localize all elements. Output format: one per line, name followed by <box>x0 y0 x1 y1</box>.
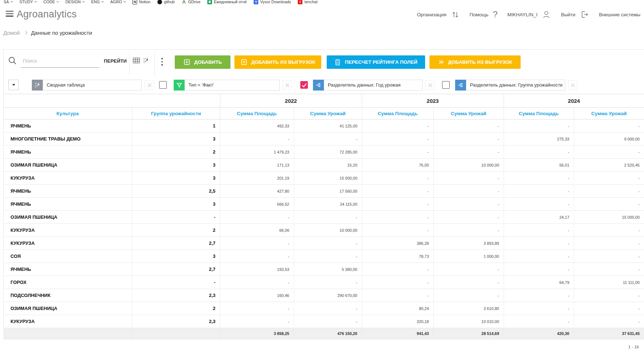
table-row[interactable]: МНОГОЛЕТНИЕ ТРАВЫ ДЕМО3----275,339 000,0… <box>3 133 644 146</box>
header-menu-item[interactable]: Выйти <box>561 10 589 19</box>
column-header[interactable]: Сумма Площадь <box>504 108 574 120</box>
toolbar-button-3[interactable]: ДОБАВИТЬ ИЗ ВЫГРУЗОК <box>429 55 521 69</box>
table-row[interactable]: ОЗИМАЯ ПШЕНИЦА-----24,1715 000,00 <box>3 211 644 224</box>
value-cell: - <box>362 172 433 185</box>
bookmark-item[interactable]: ttenchat <box>298 0 317 4</box>
yield-group-cell: 2,5 <box>132 185 220 198</box>
yield-group-cell: 2,3 <box>132 289 220 302</box>
pivot-view-icon[interactable] <box>143 57 150 66</box>
column-header[interactable]: Сумма Урожай <box>433 108 504 120</box>
search-input[interactable]: Поиск <box>23 58 37 64</box>
panel-top-border <box>3 49 644 50</box>
header-menu-item[interactable]: Внешние системы <box>599 12 640 17</box>
breadcrumb: Домой Данные по урожайности <box>3 30 92 36</box>
value-cell: - <box>294 302 362 315</box>
search-icon[interactable] <box>8 56 17 67</box>
toolbar-button-0[interactable]: ДОБАВИТЬ <box>175 55 230 69</box>
filter-checkbox[interactable] <box>300 81 308 89</box>
value-cell: 3 610,80 <box>433 302 504 315</box>
table-row[interactable]: ОЗИМАЯ ПШЕНИЦА2--80,243 610,80-- <box>3 302 644 315</box>
bookmark-item[interactable]: SA <box>4 0 13 4</box>
column-header[interactable]: Культура <box>3 108 132 120</box>
table-row[interactable]: ЯЧМЕНЬ2,5427,8017 560,00---- <box>3 185 644 198</box>
bookmark-item[interactable]: github <box>157 0 175 4</box>
table-row[interactable]: КУКУРУЗА2,7--386,283 893,89-- <box>3 237 644 250</box>
table-row[interactable]: ОЗИМАЯ ПШЕНИЦА3171,1315,2076,0010 000,00… <box>3 159 644 172</box>
value-cell: - <box>574 302 644 315</box>
table-row[interactable]: КУКУРУЗА2,3--320,1810 010,00-- <box>3 315 644 328</box>
go-button[interactable]: ПЕРЕЙТИ <box>104 58 127 64</box>
table-row[interactable]: КУКУРУЗА3201,1915 000,00---- <box>3 172 644 185</box>
bookmark-item[interactable]: VVysor Downloads <box>254 0 291 4</box>
filter-dropdown-button[interactable] <box>8 80 19 90</box>
remove-filter-icon[interactable] <box>425 80 435 90</box>
value-cell: 193,53 <box>220 263 294 276</box>
remove-filter-icon[interactable] <box>145 80 154 90</box>
column-header[interactable]: Сумма Урожай <box>574 108 644 120</box>
calculator-icon <box>334 59 341 66</box>
pivot-icon <box>32 80 43 91</box>
value-cell: - <box>574 289 644 302</box>
bookmark-label: GDrive <box>188 0 200 4</box>
yield-group-cell: 3 <box>132 198 220 211</box>
total-cell <box>132 328 220 339</box>
value-cell: 11 111,00 <box>574 276 644 289</box>
header-menu-item[interactable]: Помощь? <box>470 9 498 20</box>
data-separator-icon <box>313 80 324 91</box>
github-favicon <box>157 0 162 4</box>
filter-chip-label: Тип = 'Факт' <box>185 80 280 91</box>
bookmark-item[interactable]: STUDY <box>20 0 37 4</box>
table-view-icon[interactable] <box>133 57 140 65</box>
year-header-empty <box>3 94 220 108</box>
bookmark-item[interactable]: GDrive <box>182 0 200 4</box>
year-group-header: 2024 <box>504 94 644 108</box>
more-options-icon[interactable] <box>161 58 163 66</box>
pagination-label: 1 - 16 <box>628 345 639 349</box>
table-row[interactable]: ЯЧМЕНЬ21 479,2372 285,00---- <box>3 146 644 159</box>
breadcrumb-current: Данные по урожайности <box>31 30 92 36</box>
remove-filter-icon[interactable] <box>568 80 577 90</box>
filter-checkbox[interactable] <box>159 81 167 89</box>
total-cell: 3 858,25 <box>220 328 294 339</box>
bookmark-item[interactable]: CODE <box>43 0 59 4</box>
bookmark-item[interactable]: Ежедневный отчё <box>207 0 247 4</box>
value-cell: 427,80 <box>220 185 294 198</box>
table-row[interactable]: ЯЧМЕНЬ2,7193,535 380,00---- <box>3 263 644 276</box>
bookmark-item[interactable]: AGRO <box>110 0 126 4</box>
total-cell: 476 150,20 <box>294 328 362 339</box>
toolbar-button-1[interactable]: ДОБАВИТЬ ИЗ ВЫГРУЗОК <box>234 55 321 69</box>
remove-filter-icon[interactable] <box>283 80 292 90</box>
value-cell: - <box>433 172 504 185</box>
table-row[interactable]: СОЯ3--78,731 000,00-- <box>3 250 644 263</box>
value-cell: 171,13 <box>220 159 294 172</box>
table-row[interactable]: ЯЧМЕНЬ3666,5224 115,00---- <box>3 198 644 211</box>
table-row[interactable]: ПОДСОЛНЕЧНИК2,3160,46290 670,00---- <box>3 289 644 302</box>
chevron-down-icon <box>82 0 85 3</box>
culture-cell: МНОГОЛЕТНИЕ ТРАВЫ ДЕМО <box>3 133 132 146</box>
column-header[interactable]: Группа урожайности <box>132 108 220 120</box>
toolbar-button-2[interactable]: ПЕРЕСЧЕТ РЕЙТИНГА ПОЛЕЙ <box>327 55 425 69</box>
value-cell: - <box>294 276 362 289</box>
bookmark-item[interactable]: DESIGN <box>65 0 84 4</box>
tenchat-favicon: t <box>298 0 302 4</box>
header-menu-item[interactable]: Организация <box>417 10 459 19</box>
value-cell: - <box>504 120 574 133</box>
filter-checkbox[interactable] <box>442 81 450 89</box>
culture-cell: ЯЧМЕНЬ <box>3 146 132 159</box>
bookmark-label: github <box>164 0 175 4</box>
table-row[interactable]: КУКУРУЗА266,0610 000,00---- <box>3 224 644 237</box>
header-menu-item[interactable]: MIKHAYLIN_I <box>507 10 551 19</box>
breadcrumb-home[interactable]: Домой <box>3 30 20 36</box>
hamburger-menu-icon[interactable] <box>6 11 13 18</box>
table-row[interactable]: ЯЧМЕНЬ1492,3341 125,00---- <box>3 120 644 133</box>
column-header[interactable]: Сумма Площадь <box>362 108 433 120</box>
column-header[interactable]: Сумма Площадь <box>220 108 294 120</box>
table-row[interactable]: ГОРОХ-----64,7911 111,00 <box>3 276 644 289</box>
value-cell: - <box>220 315 294 328</box>
value-cell: 76,00 <box>362 159 433 172</box>
bookmark-item[interactable]: NNotion <box>132 0 151 4</box>
bookmark-item[interactable]: ENG <box>91 0 103 4</box>
app-title: Agroanalytics <box>17 9 77 20</box>
chevron-down-icon <box>101 0 104 3</box>
column-header[interactable]: Сумма Урожай <box>294 108 362 120</box>
